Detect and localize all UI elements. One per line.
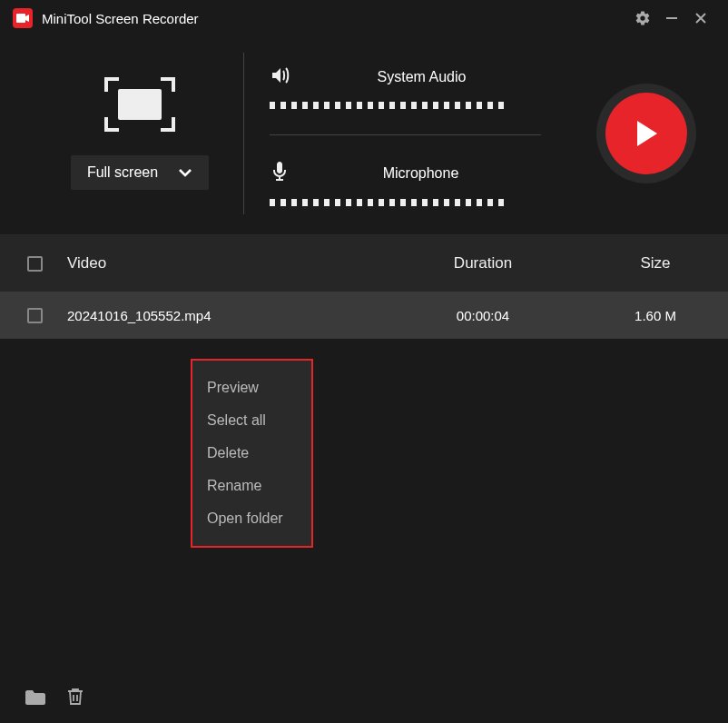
empty-area (0, 339, 728, 674)
microphone-label: Microphone (300, 165, 541, 182)
chevron-down-icon (178, 168, 192, 177)
capture-area-icon[interactable] (104, 77, 175, 132)
bottom-toolbar (0, 674, 728, 723)
close-icon (694, 12, 707, 25)
system-audio-control[interactable]: System Audio (270, 65, 541, 109)
recording-controls: Full screen System Audio (0, 36, 728, 235)
minimize-button[interactable] (657, 4, 686, 33)
settings-button[interactable] (628, 4, 657, 33)
select-all-checkbox[interactable] (27, 256, 43, 272)
menu-open-folder[interactable]: Open folder (192, 502, 311, 535)
menu-preview[interactable]: Preview (192, 371, 311, 404)
capture-mode-dropdown[interactable]: Full screen (71, 155, 209, 190)
play-icon (634, 119, 659, 148)
svg-rect-1 (666, 17, 677, 19)
divider (270, 134, 541, 135)
record-button[interactable] (605, 93, 687, 174)
titlebar: MiniTool Screen Recorder (0, 0, 728, 36)
app-title: MiniTool Screen Recorder (42, 11, 628, 26)
capture-mode-label: Full screen (87, 164, 158, 181)
menu-delete[interactable]: Delete (192, 437, 311, 470)
delete-button[interactable] (67, 688, 84, 709)
col-header-size: Size (583, 254, 728, 272)
speaker-icon (270, 65, 291, 89)
gear-icon (635, 10, 651, 26)
divider (243, 53, 244, 214)
row-size: 1.60 M (583, 308, 728, 323)
row-filename: 20241016_105552.mp4 (67, 308, 383, 323)
microphone-control[interactable]: Microphone (270, 161, 541, 206)
recordings-table-header: Video Duration Size (0, 235, 728, 292)
folder-icon (25, 688, 45, 705)
menu-rename[interactable]: Rename (192, 470, 311, 502)
microphone-level (270, 199, 541, 206)
app-logo-icon (13, 8, 33, 28)
menu-select-all[interactable]: Select all (192, 404, 311, 437)
trash-icon (67, 688, 84, 706)
svg-rect-0 (16, 14, 25, 23)
system-audio-level (270, 102, 541, 109)
col-header-duration: Duration (383, 254, 583, 272)
open-folder-button[interactable] (25, 688, 45, 708)
table-row[interactable]: 20241016_105552.mp4 00:00:04 1.60 M (0, 292, 728, 339)
minimize-icon (665, 12, 678, 25)
microphone-icon (270, 161, 290, 186)
close-button[interactable] (686, 4, 715, 33)
system-audio-label: System Audio (302, 69, 541, 85)
col-header-video: Video (67, 254, 383, 272)
context-menu: Preview Select all Delete Rename Open fo… (191, 359, 313, 548)
row-checkbox[interactable] (27, 308, 43, 323)
row-duration: 00:00:04 (383, 308, 583, 323)
